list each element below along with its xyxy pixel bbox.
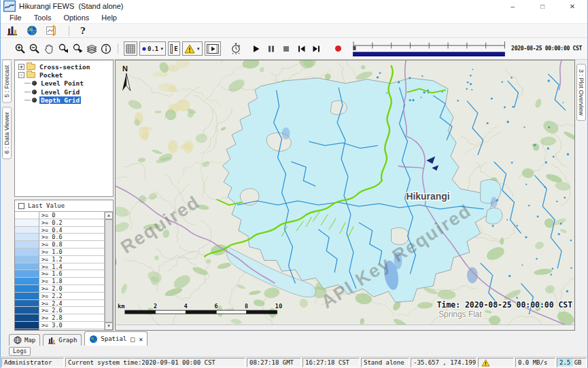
legend-row[interactable]: >= 2.6: [15, 307, 104, 314]
close-panel-button[interactable]: ✕: [139, 335, 143, 343]
scalar-chart-icon[interactable]: [46, 24, 58, 37]
info-icon[interactable]: [100, 43, 112, 55]
skip-to-end-button[interactable]: [310, 43, 323, 55]
zoom-in-icon[interactable]: [14, 43, 27, 55]
legend-row[interactable]: >= 2.4: [15, 300, 104, 308]
skip-to-start-button[interactable]: [295, 43, 308, 55]
flat-label: Springs Flat: [438, 310, 482, 319]
tree-label[interactable]: Depth Grid: [39, 96, 81, 104]
tab-spatial[interactable]: Spatial □ ✕: [84, 331, 148, 346]
scale-tick-label: 2: [154, 303, 157, 310]
status-mode: Stand alone: [361, 358, 409, 367]
zoom-out-icon[interactable]: [29, 43, 41, 55]
zoom-next-icon[interactable]: [71, 43, 84, 55]
status-system-time: Current system time:2020-09-01 00:00 CST: [65, 358, 245, 367]
scroll-thumb[interactable]: [105, 219, 113, 323]
scroll-down-arrow[interactable]: ▼: [105, 323, 113, 330]
legend-row[interactable]: >= 0.2: [15, 219, 104, 227]
animation-button[interactable]: [205, 41, 221, 56]
legend-row[interactable]: >= 2.0: [15, 285, 104, 293]
tree-label[interactable]: Pocket: [38, 71, 64, 79]
last-value-toggle[interactable]: Last Value: [15, 200, 113, 211]
tab-graph[interactable]: Graph: [43, 334, 82, 346]
play-button[interactable]: [250, 43, 263, 55]
panel-tabs: Map Graph Spatial □ ✕: [1, 331, 587, 346]
tab-map[interactable]: Map: [9, 334, 40, 346]
map-panel[interactable]: API Key Required API Key Required Hikura…: [115, 60, 575, 331]
status-memory: 2.5 GB: [557, 358, 587, 367]
legend-row[interactable]: >= 3.2: [15, 329, 104, 330]
tree-node[interactable]: -Pocket: [15, 71, 113, 79]
left-tab-strip: 5 : Forecast 6 : Data Viewer: [1, 60, 13, 331]
checkbox-icon[interactable]: [18, 203, 24, 209]
interval-timer-button[interactable]: [230, 43, 243, 55]
class-dot-icon: [141, 46, 147, 52]
tree-label[interactable]: Level Grid: [39, 88, 81, 96]
slider-thumb[interactable]: [353, 46, 356, 50]
minimize-button[interactable]: –: [498, 0, 528, 12]
tree-label[interactable]: Cross-section: [38, 63, 91, 71]
window-controls: – □ ✕: [498, 0, 587, 12]
help-button[interactable]: ?: [80, 26, 86, 36]
tree-node[interactable]: Level Point: [15, 79, 113, 88]
close-button[interactable]: ✕: [557, 0, 587, 12]
tab-forecast[interactable]: 5 : Forecast: [2, 60, 12, 103]
pause-button[interactable]: [265, 43, 278, 55]
legend-row[interactable]: >= 1.6: [15, 270, 104, 278]
legend-row[interactable]: >= 2.8: [15, 314, 104, 322]
legend-row[interactable]: >= 0.4: [15, 227, 104, 234]
status-warning[interactable]: [478, 358, 514, 367]
legend-row[interactable]: >= 1.8: [15, 278, 104, 285]
scroll-up-arrow[interactable]: ▲: [105, 212, 113, 219]
legend-row[interactable]: >= 1.2: [15, 256, 104, 263]
time-slider[interactable]: [352, 40, 506, 58]
record-button[interactable]: [332, 43, 345, 55]
status-local-time: 16:27:18 CST: [302, 358, 360, 367]
legend-label: >= 0.8: [39, 241, 104, 249]
chevron-down-icon[interactable]: ▼: [196, 47, 201, 51]
restore-panel-button[interactable]: □: [131, 335, 135, 343]
logs-button[interactable]: Logs: [9, 347, 31, 356]
tree-node[interactable]: Level Grid: [15, 88, 113, 96]
menu-tools[interactable]: Tools: [28, 14, 58, 22]
legend-row[interactable]: >= 2.2: [15, 293, 104, 300]
data-display-icon[interactable]: [6, 24, 18, 37]
menu-options[interactable]: Options: [57, 14, 95, 22]
tab-plot-overview[interactable]: 3 : Plot Overview: [576, 64, 586, 121]
stop-button[interactable]: [280, 43, 293, 55]
classbreak-threshold-button[interactable]: 0.1▼: [139, 41, 166, 56]
legend-label: >= 1.0: [39, 249, 104, 256]
main-area: 5 : Forecast 6 : Data Viewer +Cross-sect…: [1, 60, 587, 331]
map-canvas[interactable]: API Key Required API Key Required Hikura…: [116, 60, 574, 325]
legend-label: >= 2.8: [39, 314, 104, 322]
grid-display-button[interactable]: [124, 41, 137, 56]
legend-row[interactable]: >= 0.8: [15, 241, 104, 249]
tree-node[interactable]: Depth Grid: [15, 96, 113, 105]
legend-row[interactable]: >= 0: [15, 212, 104, 219]
legend-swatch: [15, 227, 39, 234]
legend-scrollbar[interactable]: ▲ ▼: [104, 212, 113, 330]
menu-file[interactable]: File: [3, 14, 28, 22]
legend-row[interactable]: >= 0.6: [15, 234, 104, 241]
toolbar-separator: [118, 43, 118, 54]
tree-expander-icon[interactable]: -: [18, 72, 24, 78]
tree-expander-icon[interactable]: +: [18, 64, 24, 70]
pan-icon[interactable]: [43, 43, 55, 55]
tree-label[interactable]: Level Point: [39, 79, 85, 87]
legend-row[interactable]: >= 1.4: [15, 263, 104, 271]
status-gmt-time: 08:27:18 GMT: [247, 358, 301, 367]
thresholds-warning-button[interactable]: ▼: [182, 41, 203, 56]
warning-icon: [481, 359, 490, 367]
zoom-previous-icon[interactable]: [57, 43, 69, 55]
tab-data-viewer[interactable]: 6 : Data Viewer: [2, 107, 12, 159]
legend-row[interactable]: >= 3.0: [15, 322, 104, 329]
tree-node[interactable]: +Cross-section: [15, 62, 113, 71]
legend-row[interactable]: >= 1.0: [15, 249, 104, 256]
chevron-down-icon[interactable]: ▼: [160, 47, 164, 51]
threshold-value: 0.1: [148, 45, 158, 52]
elevation-button[interactable]: E: [168, 41, 179, 56]
spatial-display-icon[interactable]: [26, 24, 38, 37]
menu-help[interactable]: Help: [95, 14, 123, 22]
layers-icon[interactable]: [86, 43, 98, 55]
maximize-button[interactable]: □: [528, 0, 557, 12]
